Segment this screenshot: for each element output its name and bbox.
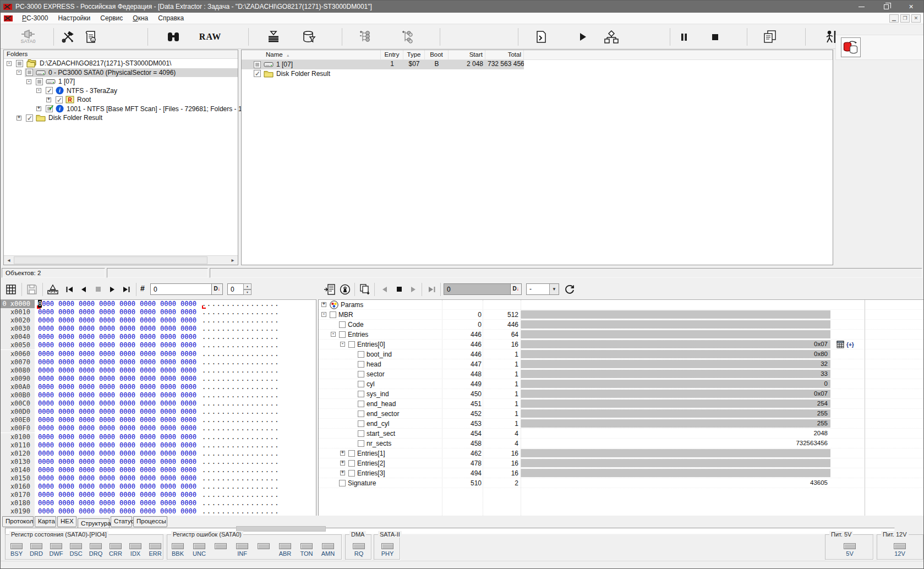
hex-cell[interactable]: 0000 — [160, 433, 176, 441]
checkbox[interactable] — [339, 331, 346, 338]
hex-cell[interactable]: 0000 — [58, 333, 74, 341]
hex-cell[interactable]: 0000 — [160, 424, 176, 432]
struct-row[interactable]: nr_sects4584732563456 — [319, 439, 924, 448]
hex-cell[interactable]: 0000 — [99, 308, 115, 316]
hex-ascii[interactable]: ................ — [202, 433, 280, 441]
struct-row[interactable]: end_cyl4531255 — [319, 419, 924, 429]
hex-cell[interactable]: 0000 — [119, 325, 135, 332]
hex-cell[interactable]: 0000 — [79, 341, 95, 349]
struct-row[interactable]: sys_ind45010x07 — [319, 389, 924, 399]
hex-cell[interactable]: 0000 — [38, 499, 54, 507]
hex-cell[interactable]: 0000 — [58, 400, 74, 407]
expand-toggle[interactable]: + — [36, 106, 41, 111]
hex-cell[interactable]: 0000 — [38, 424, 54, 432]
hex-cell[interactable]: 0000 — [38, 325, 54, 332]
hex-row[interactable]: x010000000000000000000000000000000000...… — [1, 433, 316, 441]
hex-cell[interactable]: 0000 — [79, 474, 95, 482]
splitter-grip[interactable] — [236, 526, 326, 532]
spin-up-icon[interactable]: ▲ — [243, 283, 251, 289]
hex-cell[interactable]: 0000 — [58, 433, 74, 441]
hex-ascii[interactable]: ................ — [202, 341, 280, 349]
hex-cell[interactable]: 0000 — [160, 491, 176, 499]
hex-cell[interactable]: 0000 — [181, 408, 196, 415]
hex-toolbar-grid-button[interactable] — [4, 282, 18, 297]
checkbox[interactable] — [358, 351, 364, 358]
hex-cell[interactable]: 0000 — [79, 383, 95, 391]
hex-cell[interactable]: 0000 — [140, 316, 156, 324]
tab-статус[interactable]: Статус — [111, 516, 132, 527]
hex-ascii[interactable]: ................ — [202, 358, 280, 366]
hex-cell[interactable]: 0000 — [160, 366, 176, 374]
hex-ascii[interactable]: ................ — [202, 458, 280, 466]
struct-row[interactable]: sector448133 — [319, 369, 924, 379]
hex-cell[interactable]: 0000 — [181, 491, 196, 499]
checkbox[interactable] — [358, 391, 364, 397]
hex-cell[interactable]: 0000 — [38, 466, 54, 474]
hex-sector-input[interactable] — [227, 283, 244, 295]
hex-cell[interactable]: 0000 — [119, 466, 135, 474]
menu-item-pc-3000[interactable]: PC-3000 — [17, 13, 53, 24]
hex-cell[interactable]: 0000 — [181, 358, 196, 366]
hex-cell[interactable]: 0000 — [58, 424, 74, 432]
hex-cell[interactable]: 0000 — [79, 483, 95, 490]
struct-row[interactable]: -MBR0512 — [319, 310, 924, 320]
checkbox[interactable] — [358, 381, 364, 387]
hex-ascii[interactable]: ................ — [202, 400, 280, 407]
hex-toolbar-save-button[interactable] — [25, 282, 39, 297]
hex-cell[interactable]: 0000 — [140, 383, 156, 391]
struct-row[interactable]: -Entries[0]446160x07{+} — [319, 340, 924, 349]
hex-viewer[interactable]: 0 x000000000000000000000000000000000000.… — [1, 299, 316, 516]
hex-cell[interactable]: 0000 — [99, 391, 115, 399]
hex-cell[interactable]: 0000 — [38, 507, 54, 515]
hex-cell[interactable]: 0000 — [181, 507, 196, 515]
struct-row[interactable]: start_sect45442048 — [319, 429, 924, 439]
hex-ascii[interactable]: ................ — [202, 507, 280, 515]
hex-ascii[interactable]: ................ — [202, 366, 280, 374]
hex-cell[interactable]: 0000 — [99, 325, 115, 332]
hex-cell[interactable]: 0000 — [99, 433, 115, 441]
hex-cell[interactable]: 0000 — [140, 366, 156, 374]
hex-cell[interactable]: 0000 — [99, 441, 115, 449]
hex-cell[interactable]: 0000 — [119, 424, 135, 432]
hex-cell[interactable]: 0000 — [79, 300, 95, 308]
hex-cell[interactable]: 0000 — [160, 325, 176, 332]
hex-cell[interactable]: 0000 — [119, 474, 135, 482]
hex-cell[interactable]: 0000 — [58, 416, 74, 424]
hex-cell[interactable]: 0000 — [140, 358, 156, 366]
hex-row[interactable]: x00F000000000000000000000000000000000...… — [1, 424, 316, 433]
hex-cell[interactable]: 0000 — [79, 350, 95, 358]
hex-cell[interactable]: 0000 — [160, 316, 176, 324]
checkbox[interactable] — [46, 87, 53, 94]
hex-cell[interactable]: 0000 — [140, 400, 156, 407]
hex-ascii[interactable]: ................ — [202, 466, 280, 474]
hex-cell[interactable]: 0000 — [181, 325, 196, 332]
hex-row[interactable]: x015000000000000000000000000000000000...… — [1, 474, 316, 483]
struct-nav-last-button[interactable] — [425, 282, 439, 297]
insert-icon[interactable]: {+} — [846, 342, 854, 348]
mdi-minimize-button[interactable]: ▁ — [889, 14, 899, 23]
hex-cell[interactable]: 0000 — [99, 416, 115, 424]
hex-cell[interactable]: 0000 — [160, 507, 176, 515]
hex-cell[interactable]: 0000 — [58, 316, 74, 324]
hex-cell[interactable]: 0000 — [181, 483, 196, 490]
hex-cell[interactable]: 0000 — [119, 341, 135, 349]
hex-ascii[interactable]: ................ — [202, 375, 280, 382]
hex-cell[interactable]: 0000 — [160, 450, 176, 457]
hex-cell[interactable]: 0000 — [38, 433, 54, 441]
hex-row[interactable]: x016000000000000000000000000000000000...… — [1, 483, 316, 491]
hex-cell[interactable]: 0000 — [99, 466, 115, 474]
hex-cell[interactable]: 0000 — [140, 483, 156, 490]
hex-cell[interactable]: 0000 — [58, 366, 74, 374]
hex-cell[interactable]: 0000 — [38, 458, 54, 466]
hex-cell[interactable]: 0000 — [119, 316, 135, 324]
hex-cell[interactable]: 0000 — [99, 366, 115, 374]
hex-cell[interactable]: 0000 — [160, 458, 176, 466]
struct-row[interactable]: +Entries[1]46216 — [319, 448, 924, 458]
hex-cell[interactable]: 0000 — [58, 350, 74, 358]
expand-toggle[interactable]: - — [26, 79, 31, 84]
hex-cell[interactable]: 0000 — [79, 507, 95, 515]
hex-cell[interactable]: 0000 — [38, 383, 54, 391]
struct-row[interactable]: +Entries[2]47816 — [319, 458, 924, 468]
hex-cell[interactable]: 0000 — [160, 391, 176, 399]
hex-cell[interactable]: 0000 — [38, 491, 54, 499]
